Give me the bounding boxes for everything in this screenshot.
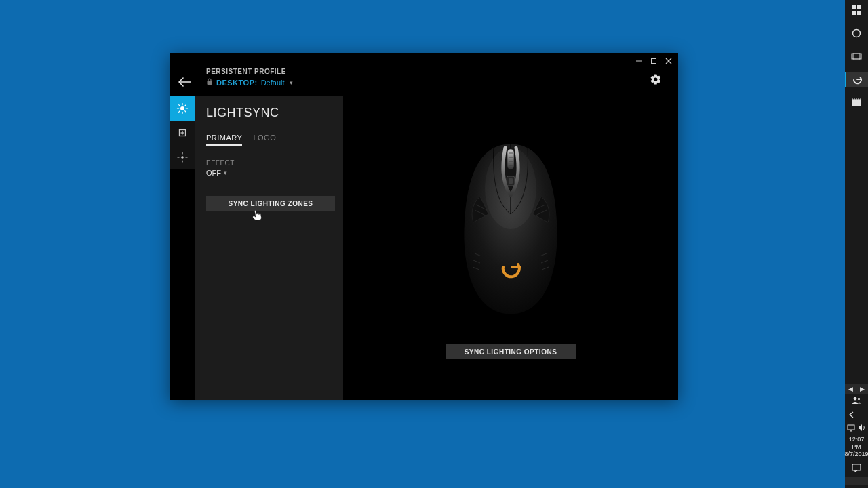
windows-taskbar: ◀ ▶ 12:07 PM 8/7/2019 — [845, 0, 868, 488]
header: PERSISTENT PROFILE DESKTOP: Default ▾ — [206, 68, 293, 87]
svg-line-10 — [179, 105, 180, 106]
profile-default-label: Default — [261, 79, 285, 87]
profile-selector[interactable]: DESKTOP: Default ▾ — [206, 78, 293, 87]
rail-sensitivity[interactable] — [170, 145, 195, 169]
clock-time: 12:07 PM — [844, 436, 868, 451]
tray-system-icons[interactable] — [847, 424, 866, 432]
svg-rect-4 — [208, 81, 212, 85]
back-button[interactable] — [178, 76, 191, 90]
start-button[interactable] — [845, 3, 868, 18]
chevron-down-icon: ▾ — [290, 79, 293, 86]
rail-assignments[interactable] — [170, 121, 195, 145]
svg-rect-40 — [857, 11, 861, 15]
svg-point-36 — [485, 148, 536, 229]
minimize-button[interactable] — [635, 57, 643, 65]
cortana-icon[interactable] — [845, 26, 868, 41]
svg-point-55 — [858, 398, 860, 400]
volume-icon — [858, 424, 866, 432]
svg-rect-48 — [852, 100, 861, 106]
svg-point-41 — [853, 30, 861, 37]
svg-point-54 — [854, 397, 857, 401]
app-window: PERSISTENT PROFILE DESKTOP: Default ▾ LI… — [170, 53, 678, 400]
taskbar-scroll-left[interactable]: ◀ — [845, 384, 856, 394]
show-desktop-button[interactable] — [845, 477, 868, 485]
main-area: SYNC LIGHTING OPTIONS — [343, 96, 678, 400]
svg-point-17 — [182, 157, 183, 158]
taskbar-scroll: ◀ ▶ — [845, 384, 868, 394]
svg-line-12 — [179, 111, 180, 113]
zone-tabs: PRIMARY LOGO — [206, 134, 332, 146]
close-button[interactable] — [665, 57, 673, 65]
action-center-icon[interactable] — [845, 462, 868, 473]
profile-desktop-label: DESKTOP: — [216, 79, 258, 87]
tab-logo[interactable]: LOGO — [253, 134, 276, 146]
taskbar-app-video[interactable] — [845, 95, 868, 110]
svg-rect-39 — [852, 11, 856, 15]
svg-rect-38 — [857, 5, 861, 9]
effect-dropdown[interactable]: OFF ▾ — [206, 169, 332, 177]
taskbar-app-ghub[interactable] — [845, 72, 868, 87]
tab-primary[interactable]: PRIMARY — [206, 134, 242, 146]
network-icon — [847, 424, 855, 432]
taskbar-clock[interactable]: 12:07 PM 8/7/2019 — [844, 436, 868, 458]
clock-date: 8/7/2019 — [844, 451, 868, 458]
svg-rect-1 — [652, 59, 656, 64]
settings-button[interactable] — [650, 73, 662, 88]
lock-icon — [206, 78, 213, 87]
taskbar-scroll-right[interactable]: ▶ — [856, 384, 868, 394]
chevron-down-icon: ▾ — [224, 169, 227, 176]
taskview-icon[interactable] — [845, 49, 868, 64]
cursor-icon — [251, 209, 262, 224]
svg-rect-52 — [857, 98, 859, 100]
profile-label: PERSISTENT PROFILE — [206, 68, 286, 75]
taskbar-top — [845, 0, 868, 110]
tray-people-icon[interactable] — [845, 394, 868, 406]
tray-overflow-icon[interactable] — [845, 410, 868, 420]
sync-options-button[interactable]: SYNC LIGHTING OPTIONS — [446, 344, 576, 359]
svg-rect-53 — [859, 98, 861, 100]
svg-point-5 — [180, 106, 184, 110]
window-controls — [635, 57, 673, 65]
svg-rect-50 — [853, 98, 854, 100]
maximize-button[interactable] — [650, 57, 658, 65]
side-rail — [170, 96, 195, 169]
rail-lightsync[interactable] — [170, 96, 195, 121]
svg-line-13 — [185, 105, 186, 106]
svg-line-11 — [185, 111, 186, 113]
effect-value: OFF — [206, 169, 221, 177]
effect-label: EFFECT — [206, 159, 332, 167]
svg-rect-59 — [852, 464, 861, 470]
sync-zones-button[interactable]: SYNC LIGHTING ZONES — [206, 196, 335, 211]
svg-rect-37 — [852, 5, 856, 9]
taskbar-tray: 12:07 PM 8/7/2019 — [845, 394, 868, 488]
svg-rect-56 — [848, 425, 854, 430]
panel-title: LIGHTSYNC — [206, 106, 332, 120]
device-image — [453, 134, 568, 324]
svg-rect-51 — [855, 98, 856, 100]
lightsync-panel: LIGHTSYNC PRIMARY LOGO EFFECT OFF ▾ SYNC… — [195, 96, 343, 400]
